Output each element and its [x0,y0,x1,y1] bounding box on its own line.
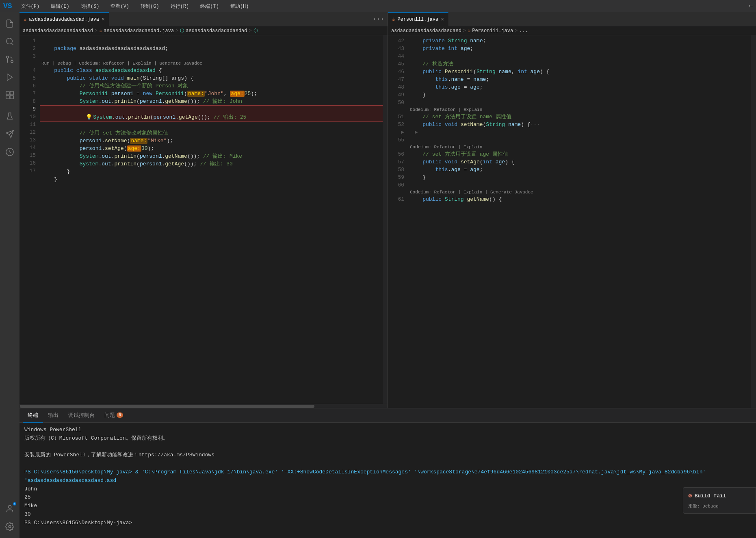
codelens-51[interactable]: Codeium: Refactor | Explain [408,106,751,113]
left-tab-label: asdasdasdasdadasdad.java [29,17,99,22]
tab-terminal[interactable]: 终端 [23,408,43,423]
bc-method-icon: ⬡ [253,28,258,34]
svg-rect-6 [6,91,9,95]
left-scrollbar[interactable] [19,404,388,408]
account-icon[interactable]: 1 [2,501,18,517]
right-line-numbers: 42 43 44 45 46 47 48 49 50 51 52 ▶ 55 [388,35,408,408]
terminal-line-1: Windows PowerShell [24,426,751,434]
codelens-codeium[interactable]: Codeium: Refactor | Explain | Generate J… [79,61,202,66]
svg-rect-7 [10,91,13,95]
svg-rect-8 [6,95,9,99]
code-line-14: System.out.println(person1.getName()); /… [40,152,383,160]
right-breadcrumb: asdasdasdasdasdasdasdasd > ☕ Person111.j… [388,26,756,35]
title-bar: VS 文件(F) 编辑(E) 选择(S) 查看(V) 转到(G) 运行(R) 终… [0,0,756,12]
code-line-12: person1.setName(name:"Mike"); [40,137,383,145]
svg-point-2 [11,61,13,63]
tab-terminal-label: 终端 [28,412,38,419]
terminal-line-john: John [24,485,751,494]
codelens-51-text[interactable]: Codeium: Refactor | Explain [410,107,482,112]
code-line-6: // 使用构造方法创建一个新的 Person 对象 [40,82,383,90]
editor-container: ☕ asdasdasdasdadasdad.java × ··· asdasda… [19,12,756,408]
bc-file: asdasdasdasdadasdad.java [104,28,174,34]
codelens-61[interactable]: Codeium: Refactor | Explain | Generate J… [408,189,751,195]
vscode-icon: VS [3,2,12,10]
menu-select[interactable]: 选择(S) [78,2,102,11]
tab-debug-console[interactable]: 调试控制台 [63,408,100,423]
right-code-area[interactable]: 42 43 44 45 46 47 48 49 50 51 52 ▶ 55 [388,35,756,408]
right-editor-tab[interactable]: ☕ Person111.java × [388,12,448,26]
code-line-8: System.out.println(person1.getName()); /… [40,98,383,106]
left-minimap [383,35,388,404]
menu-edit[interactable]: 编辑(E) [48,2,72,11]
right-line-51: // set 方法用于设置 name 属性值 [408,113,751,121]
right-line-59: } [408,174,751,181]
bc-sep2: > [175,28,178,34]
right-java-icon: ☕ [392,16,395,22]
source-control-icon[interactable] [2,51,18,67]
right-line-43: private int age; [408,45,751,52]
menu-file[interactable]: 文件(F) [19,2,42,11]
right-line-44 [408,52,751,60]
right-line-58: this.age = age; [408,166,751,174]
left-code-area[interactable]: 1 2 3 4 5 6 7 8 9 10 11 12 13 1 [19,35,388,404]
files-icon[interactable] [2,15,18,32]
codelens-56-text[interactable]: Codeium: Refactor | Explain [410,145,482,150]
terminal-line-mike: Mike [24,502,751,510]
settings-icon[interactable] [2,518,18,535]
flask-icon[interactable] [2,108,18,124]
terminal-line-30: 30 [24,510,751,519]
code-line-4: public class asdasdasdasdadasdad { [40,67,383,74]
problems-badge: 6 [117,412,123,418]
tab-more-button[interactable]: ··· [369,15,388,23]
ai-icon[interactable] [2,144,18,160]
codelens-debug[interactable]: Debug [58,61,71,66]
code-line-7: Person111 person1 = new Person111(name:"… [40,90,383,98]
left-editor-tab[interactable]: ☕ asdasdasdasdadasdad.java × [19,12,109,26]
left-breadcrumb: asdasdasdasdasdasdasdasd > ☕ asdasdasdas… [19,26,388,35]
build-fail-title: Build fail [695,493,726,499]
menu-help[interactable]: 帮助(H) [228,2,251,11]
terminal-content[interactable]: Windows PowerShell 版权所有（C）Microsoft Corp… [19,423,756,538]
bc-class-icon: ⬡ [180,28,184,34]
right-bc-dots: ... [519,28,528,34]
svg-rect-9 [10,95,13,99]
notif-header: ⊗ Build fail [688,492,751,500]
right-code-content: private String name; private int age; //… [408,35,751,408]
send-icon[interactable] [2,126,18,142]
menu-run[interactable]: 运行(R) [168,2,192,11]
tab-output[interactable]: 输出 [43,408,63,423]
right-line-52: public void setName(String name) {··· [408,121,751,128]
left-code-content: package asdasdasdasdasdasdasdasdasd; Run… [40,35,383,404]
back-arrow[interactable]: ← [749,2,753,10]
code-line-16: } [40,168,383,176]
right-bc-folder: asdasdasdasdasdasdasdasd [391,28,461,34]
codelens-run[interactable]: Run [41,61,50,66]
menu-goto[interactable]: 转到(G) [138,2,162,11]
codelens-4[interactable]: Run | Debug | Codeium: Refactor | Explai… [40,60,383,67]
left-editor: ☕ asdasdasdasdadasdad.java × ··· asdasda… [19,12,388,408]
bc-class: asdasdasdasdadadasdad [186,28,247,34]
right-line-47: this.name = name; [408,76,751,83]
right-tab-bar: ☕ Person111.java × [388,12,756,26]
codelens-56[interactable]: Codeium: Refactor | Explain [408,144,751,150]
code-line-9: 💡System.out.println(person1.getAge()); /… [40,106,383,121]
left-tab-bar: ☕ asdasdasdasdadasdad.java × ··· [19,12,388,26]
svg-point-13 [8,505,11,508]
search-icon[interactable] [2,33,18,50]
right-line-56: // set 方法用于设置 age 属性值 [408,150,751,158]
right-tab-close[interactable]: × [441,16,444,23]
left-tab-close[interactable]: × [102,16,105,23]
code-line-3 [40,52,383,60]
right-line-49: } [408,91,751,99]
tab-problems[interactable]: 问题 6 [100,408,128,423]
error-circle-icon: ⊗ [688,492,692,500]
code-line-13: person1.setAge(age:30); [40,145,383,152]
svg-point-0 [6,38,13,44]
run-debug-icon[interactable] [2,69,18,85]
extensions-icon[interactable] [2,87,18,103]
menu-view[interactable]: 查看(V) [108,2,132,11]
menu-terminal[interactable]: 终端(T) [198,2,221,11]
codelens-61-text[interactable]: Codeium: Refactor | Explain | Generate J… [410,190,533,195]
right-minimap [751,35,756,408]
right-line-55 [408,136,751,144]
